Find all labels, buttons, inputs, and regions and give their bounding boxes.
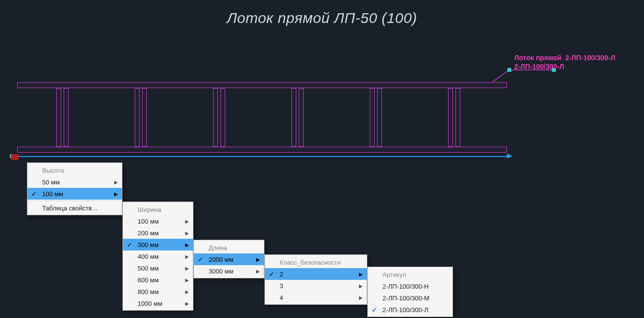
check-icon: ✓ [372, 306, 377, 314]
chevron-right-icon: ▶ [359, 295, 363, 300]
menu-safety-item-4[interactable]: 4▶ [265, 292, 367, 303]
axis-grip[interactable] [10, 154, 14, 158]
leader-grip-1[interactable] [507, 68, 511, 72]
chevron-right-icon: ▶ [185, 277, 189, 283]
menu-article-item-l[interactable]: ✓2-ЛП-100/300-Л [368, 304, 453, 316]
menu-height-item-100[interactable]: ✓ 100 мм ▶ [27, 188, 122, 200]
menu-width-item-400[interactable]: 400 мм▶ [123, 250, 193, 262]
menu-article-item-n[interactable]: 2-ЛП-100/300-Н [368, 280, 453, 292]
chevron-right-icon: ▶ [256, 269, 260, 274]
annotation-line2[interactable]: 2-ЛП-100/300-Л [514, 63, 564, 70]
menu-article[interactable]: Артикул 2-ЛП-100/300-Н 2-ЛП-100/300-М ✓2… [367, 267, 453, 317]
menu-width-header: Ширина [123, 203, 193, 215]
chevron-right-icon: ▶ [256, 257, 260, 262]
menu-width-item-500[interactable]: 500 мм▶ [123, 262, 193, 274]
menu-length-header: Длина [194, 241, 264, 253]
menu-width-item-600[interactable]: 600 мм▶ [123, 274, 193, 286]
chevron-right-icon: ▶ [359, 283, 363, 289]
chevron-right-icon: ▶ [185, 254, 189, 259]
menu-length[interactable]: Длина ✓2000 мм▶ 3000 мм▶ [193, 240, 264, 278]
menu-safety-item-2[interactable]: ✓2▶ [265, 268, 367, 280]
menu-width-item-100[interactable]: 100 мм▶ [123, 215, 193, 227]
chevron-right-icon: ▶ [185, 301, 189, 306]
menu-width-item-300[interactable]: ✓300 мм▶ [123, 239, 193, 250]
menu-height[interactable]: Высота 50 мм ▶ ✓ 100 мм ▶ Таблица свойст… [27, 162, 122, 215]
menu-height-item-50[interactable]: 50 мм ▶ [27, 176, 122, 188]
chevron-right-icon: ▶ [185, 219, 189, 224]
annotation-line1[interactable]: Лоток прямой 2-ЛП-100/300-Л [514, 54, 615, 62]
menu-width-item-800[interactable]: 800 мм▶ [123, 286, 193, 297]
menu-height-header: Высота [27, 164, 122, 176]
menu-length-item-2000[interactable]: ✓2000 мм▶ [194, 253, 264, 265]
menu-width-item-200[interactable]: 200 мм▶ [123, 227, 193, 239]
menu-article-header: Артикул [368, 268, 453, 280]
menu-width-item-1000[interactable]: 1000 мм▶ [123, 297, 193, 309]
check-icon: ✓ [269, 271, 274, 278]
menu-length-item-3000[interactable]: 3000 мм▶ [194, 265, 264, 277]
chevron-right-icon: ▶ [114, 191, 118, 197]
origin-marker[interactable] [11, 154, 19, 160]
chevron-right-icon: ▶ [185, 242, 189, 248]
page-title: Лоток прямой ЛП-50 (100) [0, 10, 644, 26]
menu-article-item-m[interactable]: 2-ЛП-100/300-М [368, 292, 453, 304]
chevron-right-icon: ▶ [185, 289, 189, 295]
check-icon: ✓ [31, 190, 37, 198]
menu-height-properties[interactable]: Таблица свойств... [27, 202, 122, 214]
check-icon: ✓ [127, 241, 132, 249]
chevron-right-icon: ▶ [114, 180, 118, 185]
chevron-right-icon: ▶ [185, 230, 189, 236]
check-icon: ✓ [198, 256, 203, 263]
chevron-right-icon: ▶ [359, 272, 363, 277]
menu-safety-header: Класс_безопасности [265, 256, 367, 268]
menu-safety[interactable]: Класс_безопасности ✓2▶ 3▶ 4▶ [264, 254, 367, 305]
chevron-right-icon: ▶ [185, 266, 189, 271]
leader-grip-2[interactable] [552, 68, 556, 72]
menu-width[interactable]: Ширина 100 мм▶ 200 мм▶ ✓300 мм▶ 400 мм▶ … [122, 202, 193, 311]
menu-safety-item-3[interactable]: 3▶ [265, 280, 367, 292]
